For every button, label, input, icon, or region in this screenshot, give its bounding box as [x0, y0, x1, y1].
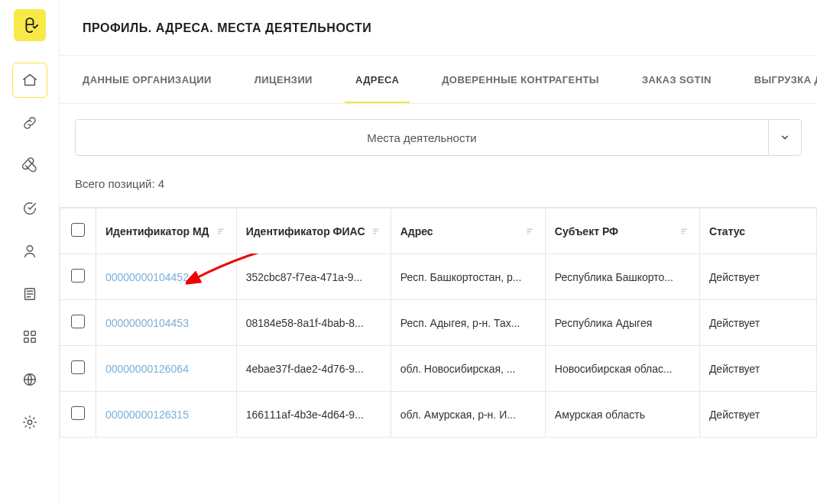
- cell-addr: Респ. Адыгея, р-н. Тах...: [391, 300, 545, 346]
- cell-subj: Новосибирская облас...: [545, 346, 699, 392]
- cell-fias: 4ebae37f-dae2-4d76-9...: [236, 346, 391, 392]
- header-status[interactable]: Статус: [699, 208, 816, 254]
- table: Идентификатор МД Идентификатор ФИАС Адре…: [60, 207, 817, 438]
- cell-subj: Республика Башкорто...: [545, 254, 699, 300]
- header-addr-label: Адрес: [400, 225, 433, 237]
- page-title: ПРОФИЛЬ. АДРЕСА. МЕСТА ДЕЯТЕЛЬНОСТИ: [83, 21, 817, 35]
- cell-fias: 352cbc87-f7ea-471a-9...: [236, 254, 391, 300]
- md-id-link[interactable]: 00000000104453: [105, 317, 189, 329]
- header-md[interactable]: Идентификатор МД: [96, 208, 236, 254]
- globe-icon: [21, 371, 38, 388]
- cell-status: Действует: [699, 392, 816, 438]
- header-fias-label: Идентификатор ФИАС: [246, 225, 365, 237]
- table-row: 00000000104452 352cbc87-f7ea-471a-9... Р…: [60, 254, 817, 300]
- logo: [14, 9, 46, 41]
- link-icon: [21, 115, 38, 131]
- summary: Всего позиций: 4: [60, 156, 817, 207]
- cell-addr: обл. Новосибирская, ...: [391, 346, 545, 392]
- tabs: ДАННЫЕ ОРГАНИЗАЦИИ ЛИЦЕНЗИИ АДРЕСА ДОВЕР…: [60, 56, 817, 104]
- summary-count: 4: [158, 177, 164, 190]
- header-subj-label: Субъект РФ: [555, 225, 618, 237]
- header-checkbox-cell: [60, 208, 96, 254]
- places-dropdown[interactable]: Места деятельности: [75, 119, 802, 156]
- svg-rect-2: [31, 331, 35, 336]
- dropdown-label: Места деятельности: [76, 120, 769, 155]
- main: ПРОФИЛЬ. АДРЕСА. МЕСТА ДЕЯТЕЛЬНОСТИ ДАНН…: [60, 0, 817, 504]
- select-all-checkbox[interactable]: [71, 223, 85, 237]
- cell-subj: Амурская область: [545, 392, 699, 438]
- sort-icon: [524, 225, 536, 237]
- pill-icon: [21, 157, 38, 174]
- nav-doc[interactable]: [12, 276, 47, 312]
- cell-status: Действует: [699, 346, 816, 392]
- nav-settings[interactable]: [12, 405, 47, 440]
- nav-user[interactable]: [12, 234, 47, 269]
- nav-home[interactable]: [12, 63, 47, 98]
- row-checkbox[interactable]: [71, 406, 85, 420]
- chevron-down-icon: [769, 120, 801, 155]
- cell-fias: 166111af-4b3e-4d64-9...: [236, 392, 391, 438]
- sort-icon: [215, 225, 227, 237]
- nav-grid[interactable]: [12, 319, 47, 354]
- logo-icon: [21, 17, 38, 34]
- tab-sgtin-order[interactable]: ЗАКАЗ SGTIN: [642, 56, 712, 103]
- row-checkbox[interactable]: [71, 269, 85, 283]
- grid-icon: [21, 328, 38, 345]
- tab-org-data[interactable]: ДАННЫЕ ОРГАНИЗАЦИИ: [83, 56, 212, 103]
- header-fias[interactable]: Идентификатор ФИАС: [236, 208, 391, 254]
- nav-tag[interactable]: [12, 191, 47, 226]
- tag-icon: [21, 200, 38, 217]
- sidebar: [0, 0, 60, 504]
- home-icon: [21, 72, 38, 89]
- cell-fias: 08184e58-8a1f-4bab-8...: [236, 300, 391, 346]
- user-icon: [21, 243, 38, 260]
- header-md-label: Идентификатор МД: [105, 225, 209, 237]
- header-subj[interactable]: Субъект РФ: [545, 208, 699, 254]
- svg-point-6: [28, 420, 32, 425]
- row-checkbox[interactable]: [71, 315, 85, 328]
- svg-rect-1: [24, 331, 28, 336]
- table-row: 00000000126315 166111af-4b3e-4d64-9... о…: [60, 392, 817, 438]
- svg-rect-4: [31, 338, 35, 343]
- tab-licenses[interactable]: ЛИЦЕНЗИИ: [255, 56, 313, 103]
- md-id-link[interactable]: 00000000104452: [105, 271, 189, 283]
- tab-addresses[interactable]: АДРЕСА: [355, 56, 399, 103]
- svg-rect-3: [24, 338, 28, 343]
- tab-trusted[interactable]: ДОВЕРЕННЫЕ КОНТРАГЕНТЫ: [442, 56, 599, 103]
- nav-globe[interactable]: [12, 362, 47, 397]
- nav-link[interactable]: [12, 105, 47, 141]
- table-row: 00000000126064 4ebae37f-dae2-4d76-9... о…: [60, 346, 817, 392]
- sort-icon: [678, 225, 690, 237]
- header-status-label: Статус: [709, 225, 745, 237]
- cell-status: Действует: [699, 300, 816, 346]
- cell-addr: Респ. Башкортостан, р...: [391, 254, 545, 300]
- row-checkbox[interactable]: [71, 360, 85, 374]
- cell-status: Действует: [699, 254, 816, 300]
- md-id-link[interactable]: 00000000126315: [105, 409, 189, 421]
- table-row: 00000000104453 08184e58-8a1f-4bab-8... Р…: [60, 300, 817, 346]
- cell-addr: обл. Амурская, р-н. И...: [391, 392, 545, 438]
- header-addr[interactable]: Адрес: [391, 208, 545, 254]
- document-icon: [21, 286, 38, 302]
- tab-export[interactable]: ВЫГРУЗКА ДАННЫХ: [754, 56, 817, 103]
- md-id-link[interactable]: 00000000126064: [105, 363, 189, 375]
- sort-icon: [370, 225, 382, 237]
- summary-prefix: Всего позиций:: [75, 177, 158, 190]
- nav-pill[interactable]: [12, 148, 47, 183]
- cell-subj: Республика Адыгея: [545, 300, 699, 346]
- gear-icon: [21, 414, 38, 431]
